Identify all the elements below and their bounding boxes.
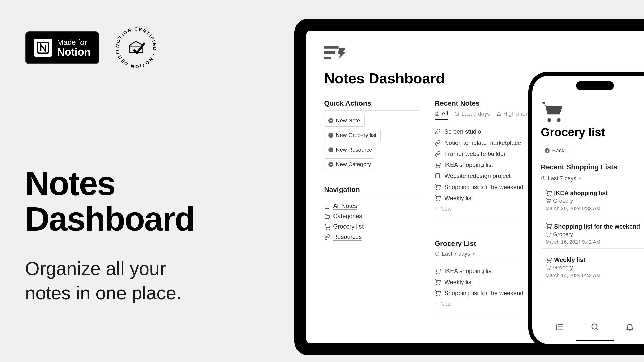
svg-point-18 bbox=[557, 118, 561, 122]
shopping-list-card[interactable]: Weekly list Grocery March 14, 2024 9:42 … bbox=[541, 253, 644, 282]
nav-item[interactable]: Resources bbox=[324, 232, 420, 242]
phone-page-title: Grocery list bbox=[541, 125, 644, 139]
tab[interactable]: Last 7 days bbox=[454, 110, 490, 120]
plus-icon: + bbox=[435, 206, 438, 212]
hero-subtitle: Organize all your notes in one place. bbox=[25, 257, 272, 305]
svg-point-17 bbox=[547, 118, 551, 122]
back-arrow-icon: ◀ bbox=[545, 148, 550, 153]
dashboard-icon bbox=[324, 46, 347, 61]
shopping-list-card[interactable]: Shopping list for the weekend Grocery Ma… bbox=[541, 219, 644, 249]
svg-rect-14 bbox=[324, 46, 339, 49]
chevron-down-icon: ▼ bbox=[578, 176, 582, 180]
badges-row: Made for Notion NOTION CERTIFIED · NOTIO… bbox=[25, 25, 272, 70]
notion-certified-badge: NOTION CERTIFIED · NOTION CERTIFIED · bbox=[113, 25, 159, 70]
action-button[interactable]: +New Resource bbox=[324, 144, 376, 156]
svg-rect-15 bbox=[324, 51, 335, 54]
list-icon[interactable] bbox=[555, 322, 565, 331]
plus-icon: + bbox=[328, 147, 333, 152]
action-button[interactable]: +New Category bbox=[324, 158, 375, 170]
notion-logo-icon bbox=[34, 39, 52, 57]
phone-tabbar bbox=[532, 316, 644, 344]
divider bbox=[324, 110, 420, 111]
home-indicator bbox=[576, 340, 614, 341]
svg-text:NOTION CERTIFIED · NOTION CERT: NOTION CERTIFIED · NOTION CERTIFIED · bbox=[113, 25, 157, 69]
shopping-list-card[interactable]: IKEA shopping list Grocery March 20, 202… bbox=[541, 186, 644, 215]
cart-icon bbox=[541, 100, 564, 120]
plus-icon: + bbox=[328, 118, 333, 123]
nav-item[interactable]: All Notes bbox=[324, 201, 420, 211]
search-icon[interactable] bbox=[590, 322, 599, 331]
svg-rect-16 bbox=[324, 57, 331, 59]
action-button[interactable]: +New Note bbox=[324, 115, 365, 127]
plus-icon: + bbox=[328, 162, 333, 167]
divider bbox=[324, 197, 420, 197]
hero-title: Notes Dashboard bbox=[25, 166, 272, 237]
nav-item[interactable]: Grocery list bbox=[324, 221, 420, 232]
phone-filter-last-7-days[interactable]: Last 7 days ▼ bbox=[541, 175, 582, 182]
navigation-heading: Navigation bbox=[324, 186, 420, 194]
back-button[interactable]: ◀ Back bbox=[541, 145, 568, 156]
phone-notch bbox=[576, 81, 614, 90]
tab[interactable]: High priority bbox=[496, 110, 533, 120]
phone-screen: Grocery list ◀ Back Recent Shopping List… bbox=[532, 76, 644, 344]
nav-item[interactable]: Categories bbox=[324, 211, 420, 221]
made-for-line2: Notion bbox=[57, 47, 91, 57]
made-for-notion-badge: Made for Notion bbox=[25, 31, 99, 64]
chevron-down-icon: ▼ bbox=[472, 252, 476, 256]
bell-icon[interactable] bbox=[625, 322, 634, 331]
made-for-line1: Made for bbox=[57, 38, 91, 47]
action-button[interactable]: +New Grocery list bbox=[324, 129, 381, 141]
tab[interactable]: All bbox=[435, 110, 448, 120]
filter-last-7-days[interactable]: Last 7 days ▼ bbox=[435, 251, 475, 257]
recent-shopping-heading: Recent Shopping Lists bbox=[541, 163, 644, 171]
plus-icon: + bbox=[328, 133, 333, 138]
phone-device: Grocery list ◀ Back Recent Shopping List… bbox=[528, 72, 644, 348]
quick-actions-heading: Quick Actions bbox=[324, 99, 420, 107]
plus-icon: + bbox=[435, 301, 438, 307]
